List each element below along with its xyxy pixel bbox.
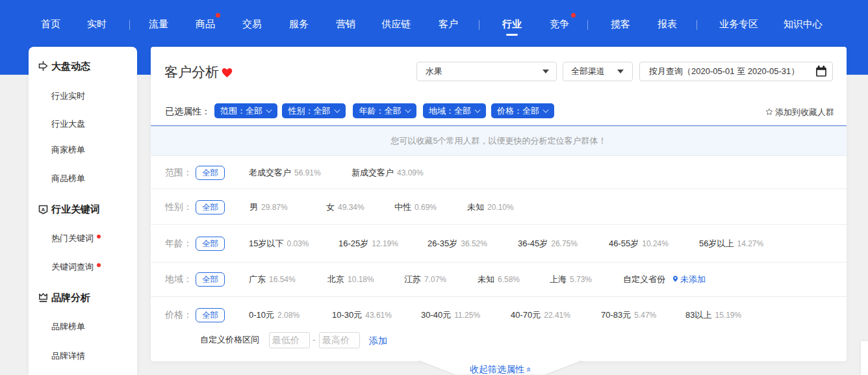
svg-text:A: A: [42, 207, 45, 213]
